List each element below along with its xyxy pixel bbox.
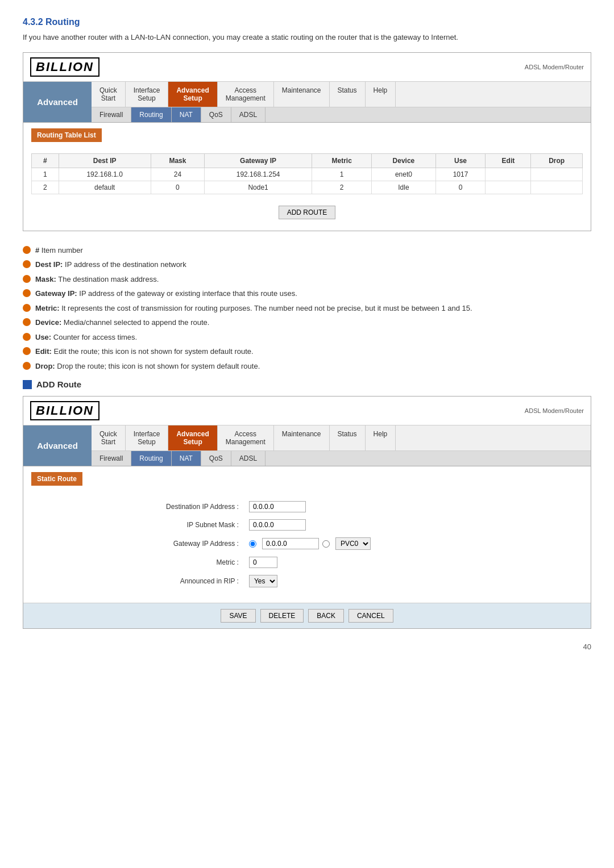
cell-drop — [531, 168, 583, 181]
desc-text: Metric: It represents the cost of transm… — [35, 303, 472, 314]
nav-status[interactable]: Status — [330, 82, 366, 107]
nav-adsl[interactable]: ADSL — [231, 107, 265, 122]
nav2-qos[interactable]: QoS — [201, 451, 231, 466]
nav-quick-start[interactable]: QuickStart — [92, 82, 126, 107]
desc-text: Device: Media/channel selected to append… — [35, 317, 209, 328]
nav2-status[interactable]: Status — [330, 425, 366, 450]
bullet-icon — [23, 362, 31, 370]
announced-label: Announced in RIP : — [32, 572, 243, 590]
nav-sub-2: Firewall Routing NAT QoS ADSL — [92, 451, 591, 466]
col-metric: Metric — [312, 153, 371, 168]
cell-metric: 1 — [312, 168, 371, 181]
desc-text: Drop: Drop the route; this icon is not s… — [35, 361, 260, 372]
nav2-adsl[interactable]: ADSL — [231, 451, 265, 466]
desc-text: Gateway IP: IP address of the gateway or… — [35, 288, 297, 299]
nav2-routing[interactable]: Routing — [131, 451, 171, 466]
routing-table: # Dest IP Mask Gateway IP Metric Device … — [31, 153, 583, 194]
nav2-quick-start[interactable]: QuickStart — [92, 425, 126, 450]
form-button-row: SAVE DELETE BACK CANCEL — [23, 603, 591, 628]
subnet-mask-label: IP Subnet Mask : — [32, 516, 243, 533]
desc-text: Use: Counter for access times. — [35, 332, 137, 343]
router-header-1: BILLION ADSL Modem/Router — [23, 53, 591, 82]
nav2-interface-setup[interactable]: InterfaceSetup — [126, 425, 169, 450]
add-route-button[interactable]: ADD ROUTE — [279, 206, 336, 219]
announced-select[interactable]: Yes No — [249, 575, 277, 587]
nav-top-2: QuickStart InterfaceSetup AdvancedSetup … — [92, 425, 591, 451]
form-row-subnet-mask: IP Subnet Mask : — [32, 516, 582, 533]
gateway-radio-2[interactable] — [322, 540, 330, 548]
form-row-metric: Metric : — [32, 554, 582, 571]
metric-input[interactable] — [249, 557, 277, 568]
cell-edit — [486, 181, 531, 194]
col-gateway-ip: Gateway IP — [205, 153, 312, 168]
nav2-help[interactable]: Help — [366, 425, 396, 450]
nav-firewall[interactable]: Firewall — [92, 107, 131, 122]
back-button[interactable]: BACK — [308, 609, 344, 623]
cell-dest_ip: 192.168.1.0 — [59, 168, 151, 181]
description-item: Edit: Edit the route; this icon is not s… — [23, 346, 591, 357]
table-row: 2default0Node12Idle0 — [32, 181, 583, 194]
nav-row-1: Advanced QuickStart InterfaceSetup Advan… — [23, 82, 591, 123]
cell-device: Idle — [372, 181, 435, 194]
static-route-section-bar: Static Route — [31, 472, 82, 486]
cell-num: 1 — [32, 168, 59, 181]
desc-text: Dest IP: IP address of the destination n… — [35, 259, 186, 270]
cell-use: 1017 — [435, 168, 486, 181]
routing-table-panel: BILLION ADSL Modem/Router Advanced Quick… — [23, 52, 591, 231]
cancel-button[interactable]: CANCEL — [349, 609, 393, 623]
nav2-firewall[interactable]: Firewall — [92, 451, 131, 466]
nav-menu-2: QuickStart InterfaceSetup AdvancedSetup … — [92, 425, 591, 466]
description-list: # Item numberDest IP: IP address of the … — [23, 245, 591, 372]
nav2-nat[interactable]: NAT — [172, 451, 201, 466]
nav-help[interactable]: Help — [366, 82, 396, 107]
gateway-radio-1[interactable] — [249, 540, 256, 548]
col-mask: Mask — [151, 153, 205, 168]
nav-interface-setup[interactable]: InterfaceSetup — [126, 82, 169, 107]
desc-text: # Item number — [35, 245, 83, 256]
nav-advanced-setup[interactable]: AdvancedSetup — [168, 82, 217, 107]
nav-nat[interactable]: NAT — [172, 107, 201, 122]
description-item: Gateway IP: IP address of the gateway or… — [23, 288, 591, 299]
nav2-advanced-setup[interactable]: AdvancedSetup — [168, 425, 217, 450]
dest-ip-input[interactable] — [249, 501, 306, 512]
cell-gateway_ip: Node1 — [205, 181, 312, 194]
add-route-row: ADD ROUTE — [31, 200, 583, 225]
bullet-icon — [23, 275, 31, 283]
form-row-dest-ip: Destination IP Address : — [32, 498, 582, 515]
description-item: Use: Counter for access times. — [23, 332, 591, 343]
col-dest-ip: Dest IP — [59, 153, 151, 168]
desc-text: Mask: The destination mask address. — [35, 274, 159, 285]
col-drop: Drop — [531, 153, 583, 168]
billion-logo-1: BILLION — [30, 57, 99, 77]
description-item: Metric: It represents the cost of transm… — [23, 303, 591, 314]
pvc-select[interactable]: PVC0 PVC1 PVC2 — [335, 537, 371, 550]
nav-routing[interactable]: Routing — [131, 107, 171, 122]
nav2-maintenance[interactable]: Maintenance — [274, 425, 330, 450]
cell-dest_ip: default — [59, 181, 151, 194]
subnet-mask-input[interactable] — [249, 519, 306, 531]
bullet-icon — [23, 347, 31, 355]
cell-drop — [531, 181, 583, 194]
nav-row-2: Advanced QuickStart InterfaceSetup Advan… — [23, 425, 591, 466]
description-item: Mask: The destination mask address. — [23, 274, 591, 285]
description-item: Device: Media/channel selected to append… — [23, 317, 591, 328]
form-row-gateway-ip: Gateway IP Address : PVC0 PVC1 PVC2 — [32, 535, 582, 553]
save-button[interactable]: SAVE — [221, 609, 255, 623]
nav-qos[interactable]: QoS — [201, 107, 231, 122]
nav2-access-management[interactable]: AccessManagement — [218, 425, 274, 450]
delete-button[interactable]: DELETE — [260, 609, 304, 623]
cell-mask: 24 — [151, 168, 205, 181]
col-edit: Edit — [486, 153, 531, 168]
announced-cell: Yes No — [244, 572, 582, 590]
bullet-icon — [23, 246, 31, 254]
table-row: 1192.168.1.024192.168.1.2541enet01017 — [32, 168, 583, 181]
gateway-ip-input[interactable] — [262, 538, 319, 549]
dest-ip-label: Destination IP Address : — [32, 498, 243, 515]
nav-access-management[interactable]: AccessManagement — [218, 82, 274, 107]
nav-sidebar-1: Advanced — [23, 82, 92, 122]
add-route-section-title: ADD Route — [23, 379, 591, 389]
cell-edit — [486, 168, 531, 181]
nav-maintenance[interactable]: Maintenance — [274, 82, 330, 107]
bullet-icon — [23, 304, 31, 312]
nav-top-1: QuickStart InterfaceSetup AdvancedSetup … — [92, 82, 591, 107]
